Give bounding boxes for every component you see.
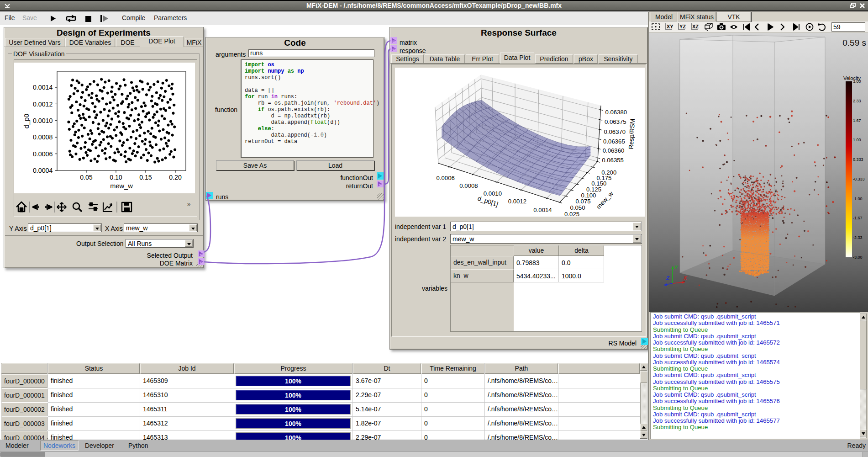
- svg-text:0.06360: 0.06360: [603, 147, 625, 154]
- svg-text:0.0010: 0.0010: [484, 190, 502, 197]
- svg-text:0.06375: 0.06375: [605, 118, 626, 125]
- svg-text:mew_w: mew_w: [110, 182, 133, 190]
- svg-text:0.0006: 0.0006: [33, 150, 53, 158]
- svg-text:0.0014: 0.0014: [533, 207, 552, 213]
- svg-text:0.15: 0.15: [139, 174, 152, 181]
- svg-text:0.0004: 0.0004: [33, 167, 53, 174]
- svg-text:-3.00: -3.00: [853, 255, 863, 260]
- svg-text:-1.00: -1.00: [853, 197, 863, 201]
- svg-text:3.00: 3.00: [853, 79, 861, 84]
- svg-text:X: X: [683, 275, 687, 281]
- svg-text:0.050: 0.050: [570, 204, 585, 211]
- svg-text:0.06365: 0.06365: [603, 138, 625, 145]
- svg-text:0.0010: 0.0010: [33, 117, 53, 124]
- svg-text:0.075: 0.075: [576, 198, 591, 205]
- svg-text:-1.67: -1.67: [853, 216, 863, 220]
- svg-text:0.0012: 0.0012: [33, 101, 53, 108]
- svg-text:2.33: 2.33: [853, 99, 861, 103]
- svg-text:0.100: 0.100: [581, 192, 596, 199]
- svg-text:1.00: 1.00: [853, 138, 861, 142]
- svg-text:0.06355: 0.06355: [602, 157, 624, 164]
- svg-text:-0.333: -0.333: [853, 177, 865, 181]
- svg-text:-2.33: -2.33: [853, 235, 863, 240]
- svg-text:0.05: 0.05: [80, 174, 93, 181]
- svg-text:0.0006: 0.0006: [437, 175, 455, 181]
- svg-text:Z: Z: [666, 275, 670, 281]
- svg-text:0.025: 0.025: [564, 211, 579, 217]
- svg-text:0.0012: 0.0012: [508, 198, 526, 205]
- svg-text:1.67: 1.67: [853, 118, 861, 123]
- svg-text:d_p0: d_p0: [23, 114, 30, 128]
- svg-text:0.20: 0.20: [169, 174, 182, 181]
- svg-text:0.06370: 0.06370: [604, 128, 626, 135]
- svg-text:0.06380: 0.06380: [605, 109, 627, 116]
- svg-text:XZ: XZ: [692, 24, 699, 29]
- svg-text:0.0008: 0.0008: [33, 133, 53, 141]
- svg-text:0.59 s: 0.59 s: [842, 38, 866, 48]
- svg-text:»: »: [187, 201, 190, 207]
- svg-text:0.0014: 0.0014: [33, 84, 53, 91]
- svg-text:0.10: 0.10: [110, 174, 122, 181]
- svg-text:0.200: 0.200: [601, 169, 616, 176]
- svg-text:0.333: 0.333: [853, 157, 863, 162]
- svg-text:YZ: YZ: [679, 24, 686, 29]
- svg-text:0.0008: 0.0008: [459, 182, 478, 189]
- svg-text:XY: XY: [667, 24, 673, 29]
